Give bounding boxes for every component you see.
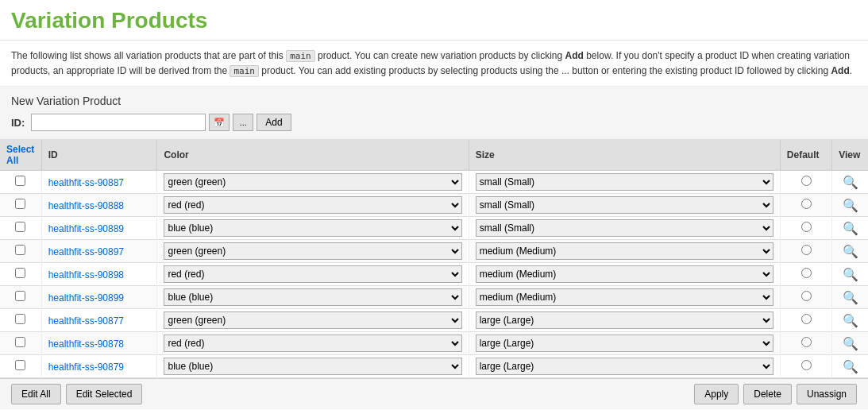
size-select[interactable]: small (Small)medium (Medium)large (Large… <box>476 173 773 191</box>
view-icon[interactable]: 🔍 <box>843 176 858 189</box>
color-select[interactable]: green (green)red (red)blue (blue) <box>164 288 461 306</box>
view-icon[interactable]: 🔍 <box>843 268 858 281</box>
default-radio[interactable] <box>801 199 812 209</box>
footer-right: Apply Delete Unassign <box>694 384 857 404</box>
size-select[interactable]: small (Small)medium (Medium)large (Large… <box>476 196 773 214</box>
table-row: healthfit-ss-90887green (green)red (red)… <box>0 171 868 194</box>
dots-button[interactable]: ... <box>233 114 253 131</box>
view-icon[interactable]: 🔍 <box>843 245 858 258</box>
new-variation-heading: New Variation Product <box>11 95 857 107</box>
color-select[interactable]: green (green)red (red)blue (blue) <box>164 173 461 191</box>
footer-left: Edit All Edit Selected <box>11 384 142 404</box>
page-title-section: Variation Products <box>0 0 868 41</box>
select-all-link[interactable]: Select All <box>6 144 34 166</box>
default-radio[interactable] <box>801 245 812 255</box>
main-code-1: main <box>286 50 315 62</box>
table-body: healthfit-ss-90887green (green)red (red)… <box>0 171 868 378</box>
view-icon[interactable]: 🔍 <box>843 337 858 350</box>
size-select[interactable]: small (Small)medium (Medium)large (Large… <box>476 288 773 306</box>
product-id-link[interactable]: healthfit-ss-90898 <box>48 269 124 280</box>
size-select[interactable]: small (Small)medium (Medium)large (Large… <box>476 358 773 375</box>
footer-bar: Edit All Edit Selected Apply Delete Unas… <box>0 378 868 409</box>
products-table: Select All ID Color Size Default View he… <box>0 140 868 378</box>
row-checkbox[interactable] <box>15 314 25 324</box>
table-row: healthfit-ss-90897green (green)red (red)… <box>0 240 868 263</box>
header-default: Default <box>780 140 831 171</box>
product-id-link[interactable]: healthfit-ss-90888 <box>48 200 124 211</box>
view-icon[interactable]: 🔍 <box>843 360 858 373</box>
edit-all-button[interactable]: Edit All <box>11 384 61 404</box>
size-select[interactable]: small (Small)medium (Medium)large (Large… <box>476 242 773 260</box>
table-row: healthfit-ss-90899green (green)red (red)… <box>0 286 868 309</box>
default-radio[interactable] <box>801 291 812 301</box>
row-checkbox[interactable] <box>15 268 25 278</box>
default-radio[interactable] <box>801 314 812 324</box>
product-id-link[interactable]: healthfit-ss-90878 <box>48 338 124 350</box>
apply-button[interactable]: Apply <box>694 384 739 404</box>
calendar-button[interactable]: 📅 <box>209 114 230 131</box>
table-row: healthfit-ss-90898green (green)red (red)… <box>0 263 868 286</box>
view-icon[interactable]: 🔍 <box>843 222 858 235</box>
id-label: ID: <box>11 117 25 129</box>
page-title: Variation Products <box>11 8 857 33</box>
table-header-row: Select All ID Color Size Default View <box>0 140 868 171</box>
view-icon[interactable]: 🔍 <box>843 199 858 212</box>
table-row: healthfit-ss-90889green (green)red (red)… <box>0 217 868 240</box>
dots-label: ... <box>240 118 247 127</box>
table-container: Select All ID Color Size Default View he… <box>0 140 868 378</box>
product-id-link[interactable]: healthfit-ss-90879 <box>48 362 124 373</box>
size-select[interactable]: small (Small)medium (Medium)large (Large… <box>476 265 773 283</box>
size-select[interactable]: small (Small)medium (Medium)large (Large… <box>476 219 773 237</box>
default-radio[interactable] <box>801 222 812 232</box>
new-variation-section: New Variation Product ID: 📅 ... Add <box>0 87 868 140</box>
view-icon[interactable]: 🔍 <box>843 314 858 327</box>
description-area: The following list shows all variation p… <box>0 41 868 87</box>
size-select[interactable]: small (Small)medium (Medium)large (Large… <box>476 311 773 329</box>
main-code-2: main <box>230 65 259 77</box>
default-radio[interactable] <box>801 268 812 278</box>
row-checkbox[interactable] <box>15 245 25 255</box>
default-radio[interactable] <box>801 176 812 186</box>
default-radio[interactable] <box>801 360 812 370</box>
product-id-link[interactable]: healthfit-ss-90887 <box>48 177 124 188</box>
color-select[interactable]: green (green)red (red)blue (blue) <box>164 335 461 352</box>
size-select[interactable]: small (Small)medium (Medium)large (Large… <box>476 335 773 352</box>
row-checkbox[interactable] <box>15 291 25 301</box>
row-checkbox[interactable] <box>15 337 25 347</box>
add-button[interactable]: Add <box>257 114 291 131</box>
color-select[interactable]: green (green)red (red)blue (blue) <box>164 196 461 214</box>
product-id-link[interactable]: healthfit-ss-90889 <box>48 223 124 234</box>
table-row: healthfit-ss-90879green (green)red (red)… <box>0 355 868 378</box>
color-select[interactable]: green (green)red (red)blue (blue) <box>164 219 461 237</box>
row-checkbox[interactable] <box>15 199 25 209</box>
default-radio[interactable] <box>801 337 812 347</box>
table-row: healthfit-ss-90888green (green)red (red)… <box>0 194 868 217</box>
product-id-link[interactable]: healthfit-ss-90899 <box>48 292 124 304</box>
color-select[interactable]: green (green)red (red)blue (blue) <box>164 265 461 283</box>
view-icon[interactable]: 🔍 <box>843 291 858 304</box>
header-view: View <box>832 140 868 171</box>
color-select[interactable]: green (green)red (red)blue (blue) <box>164 358 461 375</box>
header-id: ID <box>41 140 157 171</box>
delete-button[interactable]: Delete <box>743 384 792 404</box>
product-id-link[interactable]: healthfit-ss-90897 <box>48 246 124 257</box>
header-checkbox: Select All <box>0 140 41 171</box>
id-input[interactable] <box>31 114 206 131</box>
row-checkbox[interactable] <box>15 360 25 370</box>
header-color: Color <box>157 140 469 171</box>
unassign-button[interactable]: Unassign <box>797 384 857 404</box>
product-id-link[interactable]: healthfit-ss-90877 <box>48 315 124 327</box>
header-size: Size <box>469 140 780 171</box>
row-checkbox[interactable] <box>15 176 25 186</box>
color-select[interactable]: green (green)red (red)blue (blue) <box>164 311 461 329</box>
description-text: The following list shows all variation p… <box>11 50 852 76</box>
edit-selected-button[interactable]: Edit Selected <box>66 384 143 404</box>
table-row: healthfit-ss-90878green (green)red (red)… <box>0 332 868 355</box>
calendar-icon: 📅 <box>214 118 225 128</box>
row-checkbox[interactable] <box>15 222 25 232</box>
color-select[interactable]: green (green)red (red)blue (blue) <box>164 242 461 260</box>
table-row: healthfit-ss-90877green (green)red (red)… <box>0 309 868 332</box>
